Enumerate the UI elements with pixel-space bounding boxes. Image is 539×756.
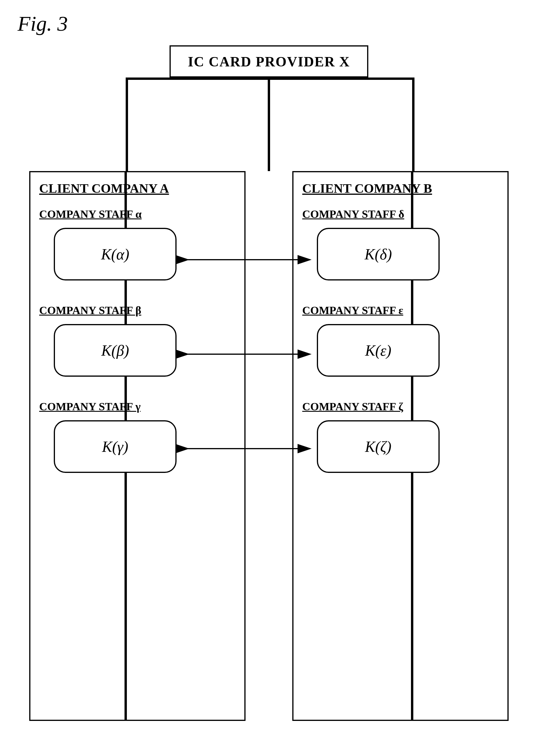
staff-zeta-label: COMPANY STAFF ζ [302, 400, 499, 413]
staff-alpha-label: COMPANY STAFF α [39, 208, 236, 220]
figure-label: Fig. 3 [18, 12, 68, 36]
key-gamma-box: K(γ) [54, 420, 177, 473]
key-beta-value: K(β) [101, 342, 129, 359]
company-b-title: CLIENT COMPANY B [302, 181, 499, 196]
staff-alpha-section: COMPANY STAFF α K(α) [39, 208, 236, 281]
provider-line-left-vertical [126, 77, 128, 171]
provider-line-right-vertical [412, 77, 415, 171]
staff-epsilon-section: COMPANY STAFF ε K(ε) [302, 304, 499, 377]
key-alpha-value: K(α) [101, 246, 129, 263]
company-a-title: CLIENT COMPANY A [39, 181, 236, 196]
staff-beta-section: COMPANY STAFF β K(β) [39, 304, 236, 377]
key-delta-box: K(δ) [317, 228, 440, 281]
key-beta-box: K(β) [54, 324, 177, 377]
provider-label: IC CARD PROVIDER X [188, 53, 350, 70]
staff-epsilon-label: COMPANY STAFF ε [302, 304, 499, 317]
staff-delta-section: COMPANY STAFF δ K(δ) [302, 208, 499, 281]
key-zeta-value: K(ζ) [365, 438, 391, 455]
key-epsilon-box: K(ε) [317, 324, 440, 377]
staff-zeta-section: COMPANY STAFF ζ K(ζ) [302, 400, 499, 473]
key-epsilon-value: K(ε) [365, 342, 391, 359]
staff-gamma-label: COMPANY STAFF γ [39, 400, 236, 413]
key-alpha-box: K(α) [54, 228, 177, 281]
provider-box: IC CARD PROVIDER X [170, 45, 368, 77]
key-delta-value: K(δ) [364, 246, 392, 263]
page: Fig. 3 IC CARD PROVIDER X CLIENT COMPANY… [0, 0, 539, 756]
staff-beta-label: COMPANY STAFF β [39, 304, 236, 317]
company-b-box: CLIENT COMPANY B COMPANY STAFF δ K(δ) CO… [292, 171, 508, 721]
staff-gamma-section: COMPANY STAFF γ K(γ) [39, 400, 236, 473]
key-zeta-box: K(ζ) [317, 420, 440, 473]
staff-delta-label: COMPANY STAFF δ [302, 208, 499, 220]
provider-line-center-vertical [268, 77, 270, 171]
company-a-box: CLIENT COMPANY A COMPANY STAFF α K(α) CO… [29, 171, 246, 721]
key-gamma-value: K(γ) [102, 438, 128, 455]
